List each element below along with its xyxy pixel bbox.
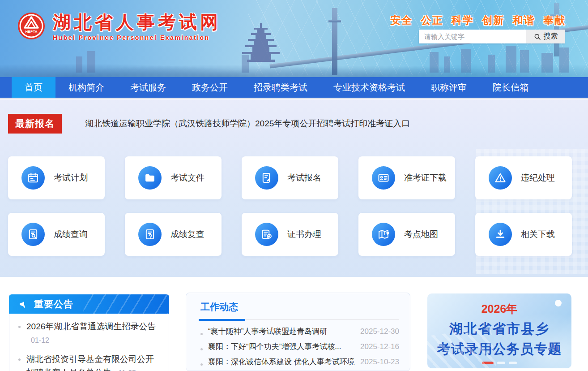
- service-label: 准考证下载: [404, 172, 447, 184]
- civil-service-exam-promo-banner[interactable]: 2026年 湖北省省市县乡 考试录用公务员专题: [427, 293, 571, 368]
- site-brand: HBPTA 湖北省人事考试网 Hubei Province Personnel …: [17, 12, 221, 41]
- nav-item-director-mailbox[interactable]: 院长信箱: [480, 77, 541, 98]
- service-card-violation-handling[interactable]: 违纪处理: [475, 156, 572, 199]
- important-announcements-list: 2026年湖北省普通选调生招录公告 01-12 湖北省投资引导基金有限公司公开招…: [9, 314, 169, 371]
- document-question-icon: [138, 223, 162, 246]
- news-date: 2025-12-30: [360, 327, 399, 336]
- mountains-decoration: [0, 61, 588, 77]
- news-list-item[interactable]: 襄阳：深化诚信体系建设 优化人事考试环境 2025-10-23: [200, 357, 399, 371]
- service-label: 考试报名: [287, 172, 321, 184]
- important-announcements-title: 重要公告: [34, 298, 73, 311]
- site-title: 湖北省人事考试网: [53, 12, 221, 32]
- service-card-score-inquiry[interactable]: 成绩查询: [8, 213, 105, 256]
- bullet-icon: [200, 333, 203, 335]
- service-card-certificate-processing[interactable]: 证书办理: [242, 213, 338, 256]
- calendar-icon: [21, 166, 45, 190]
- news-text: “襄十随神”人事考试联盟赴青岛调研: [208, 326, 327, 336]
- news-date: 2025-12-16: [360, 342, 399, 351]
- mid-section: 最新报名 湖北铁道运输职业学院（武汉铁路技师学院）2025年专项公开招聘考试打印…: [0, 99, 588, 277]
- service-card-score-recheck[interactable]: 成绩复查: [125, 213, 222, 256]
- service-label: 证书办理: [287, 229, 321, 240]
- warning-icon: [489, 166, 512, 190]
- latest-registration-link[interactable]: 湖北铁道运输职业学院（武汉铁路技师学院）2025年专项公开招聘考试打印准考证入口: [85, 118, 410, 129]
- map-pin-icon: [372, 223, 395, 246]
- page: HBPTA 湖北省人事考试网 Hubei Province Personnel …: [0, 0, 588, 371]
- promo-dashes-decoration: [427, 362, 571, 364]
- nav-item-exam-services[interactable]: 考试服务: [117, 77, 179, 98]
- search-input[interactable]: [419, 30, 526, 43]
- nav-item-title-review[interactable]: 职称评审: [418, 77, 480, 98]
- news-text: 襄阳：下好“四个功夫”增强人事考试核...: [208, 341, 341, 352]
- site-slogan: 安全 公正 科学 创新 和谐 奉献: [390, 13, 566, 27]
- document-edit-icon: [255, 166, 278, 190]
- main-nav: 首页 机构简介 考试服务 政务公开 招录聘类考试 专业技术资格考试 职称评审 院…: [0, 77, 588, 99]
- work-updates-divider: [186, 319, 410, 321]
- bullet-icon: [200, 363, 203, 366]
- folder-icon: [138, 166, 162, 190]
- service-label: 相关下载: [521, 229, 555, 240]
- news-list-item[interactable]: “襄十随神”人事考试联盟赴青岛调研 2025-12-30: [200, 326, 399, 341]
- service-label: 违纪处理: [521, 172, 555, 184]
- service-card-related-downloads[interactable]: 相关下载: [475, 213, 572, 256]
- important-announcements-panel: 重要公告 2026年湖北省普通选调生招录公告 01-12 湖北省投资引导基金有限…: [9, 294, 169, 371]
- search-bar: 搜索: [419, 30, 565, 43]
- latest-registration-row: 最新报名 湖北铁道运输职业学院（武汉铁路技师学院）2025年专项公开招聘考试打印…: [8, 114, 410, 134]
- news-date: 2025-10-23: [360, 358, 399, 367]
- certificate-check-icon: [255, 223, 278, 246]
- service-card-exam-plan[interactable]: 考试计划: [8, 156, 105, 199]
- service-label: 成绩复查: [170, 229, 205, 240]
- announcement-text: 湖北省投资引导基金有限公司公开招聘考察人员名单公告: [26, 354, 154, 371]
- promo-title-line2: 考试录用公务员专题: [427, 340, 571, 358]
- bullet-icon: [200, 348, 203, 350]
- nav-item-professional-qualification[interactable]: 专业技术资格考试: [320, 77, 418, 98]
- document-search-icon: [21, 223, 45, 246]
- bottom-section: 重要公告 2026年湖北省普通选调生招录公告 01-12 湖北省投资引导基金有限…: [0, 277, 588, 371]
- nav-item-recruitment-exams[interactable]: 招录聘类考试: [241, 77, 320, 98]
- download-icon: [489, 223, 512, 246]
- service-card-exam-registration[interactable]: 考试报名: [242, 156, 338, 199]
- service-card-admission-ticket[interactable]: 准考证下载: [358, 156, 455, 199]
- service-label: 成绩查询: [54, 229, 88, 240]
- search-button-label: 搜索: [544, 32, 558, 41]
- site-subtitle: Hubei Province Personnel Examination: [53, 34, 221, 41]
- news-text: 襄阳：深化诚信体系建设 优化人事考试环境: [208, 357, 355, 367]
- service-cards-row-2: 成绩查询 成绩复查 证书办理: [8, 213, 572, 256]
- header-banner: HBPTA 湖北省人事考试网 Hubei Province Personnel …: [0, 0, 588, 77]
- announcement-list-item[interactable]: 湖北省投资引导基金有限公司公开招聘考察人员名单公告 11-25: [17, 353, 160, 371]
- service-label: 考试计划: [54, 172, 88, 184]
- nav-item-home[interactable]: 首页: [12, 77, 55, 98]
- service-label: 考试文件: [170, 172, 205, 184]
- megaphone-icon: [18, 299, 29, 310]
- site-titles: 湖北省人事考试网 Hubei Province Personnel Examin…: [53, 12, 221, 41]
- service-card-exam-documents[interactable]: 考试文件: [125, 156, 222, 199]
- nav-item-gov-disclosure[interactable]: 政务公开: [179, 77, 241, 98]
- announcement-text: 2026年湖北省普通选调生招录公告: [26, 322, 156, 331]
- work-updates-panel: 工作动态 “襄十随神”人事考试联盟赴青岛调研 2025-12-30 襄阳：下好“…: [186, 293, 410, 371]
- id-card-icon: [372, 166, 395, 190]
- news-list-item[interactable]: 襄阳：下好“四个功夫”增强人事考试核... 2025-12-16: [200, 341, 399, 357]
- announcement-date: 11-25: [118, 369, 136, 371]
- important-announcements-header[interactable]: 重要公告: [9, 294, 169, 314]
- search-button[interactable]: 搜索: [526, 30, 565, 43]
- hbpta-logo[interactable]: HBPTA: [17, 12, 46, 40]
- work-updates-title[interactable]: 工作动态: [200, 301, 238, 313]
- latest-registration-badge[interactable]: 最新报名: [8, 114, 62, 134]
- service-label: 考点地图: [404, 229, 438, 240]
- sparkle-decoration: [555, 300, 562, 306]
- search-icon: [533, 33, 541, 41]
- logo-acronym: HBPTA: [26, 30, 38, 34]
- work-updates-list: “襄十随神”人事考试联盟赴青岛调研 2025-12-30 襄阳：下好“四个功夫”…: [186, 321, 410, 371]
- promo-year: 2026年: [427, 302, 571, 316]
- nav-item-about[interactable]: 机构简介: [55, 77, 117, 98]
- promo-title-line1: 湖北省省市县乡: [427, 320, 571, 338]
- announcement-list-item[interactable]: 2026年湖北省普通选调生招录公告 01-12: [17, 320, 160, 347]
- service-cards-row-1: 考试计划 考试文件 考试报名: [8, 156, 572, 199]
- service-card-exam-site-map[interactable]: 考点地图: [358, 213, 455, 256]
- announcement-date: 01-12: [31, 336, 49, 344]
